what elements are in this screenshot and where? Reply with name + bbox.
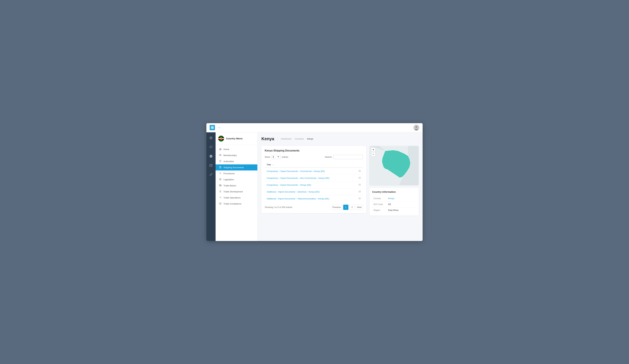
svg-point-32 — [359, 184, 360, 185]
table-row: Additional - Import Documents – Telecomm… — [265, 195, 363, 202]
two-col-layout: Kenya Shipping Documents Show 5 10 25 50… — [261, 146, 419, 216]
top-bar: → — [206, 123, 423, 132]
info-row-region: Region East Africa — [372, 207, 416, 213]
doc-link-4[interactable]: Additional - Import Documents – Electric… — [267, 190, 319, 193]
nav-item-memberships[interactable]: Memberships — [216, 152, 257, 158]
breadcrumb-countries[interactable]: Countries — [295, 138, 304, 140]
table-row: Additional - Import Documents – Electric… — [265, 188, 363, 195]
app-logo[interactable] — [210, 125, 215, 130]
svg-marker-26 — [221, 185, 221, 186]
memberships-icon — [219, 154, 222, 157]
show-entries: Show 5 10 25 50 100 entries — [265, 155, 288, 159]
svg-rect-0 — [211, 126, 212, 127]
pagination-row: Showing 1 to 5 of 300 entries Previous 1… — [265, 205, 363, 210]
entries-label: entries — [282, 156, 288, 158]
sidebar-icon-globe[interactable] — [208, 135, 214, 141]
breadcrumb-kenya: Kenya — [307, 138, 313, 140]
doc-link-3[interactable]: Compulsory – Export Documents – Kenya (K… — [267, 184, 311, 186]
page-1-button[interactable]: 1 — [343, 205, 348, 210]
nav-item-legislation[interactable]: Legislation — [216, 177, 257, 182]
view-icon-1[interactable] — [358, 170, 361, 173]
content-area: Kenya Dashboard - Countries - Kenya Keny… — [258, 132, 423, 241]
view-icon-4[interactable] — [358, 191, 361, 193]
sidebar-icon-link[interactable] — [208, 172, 214, 178]
zoom-in-button[interactable]: + — [371, 148, 375, 152]
doc-link-5[interactable]: Additional - Import Documents – Telecomm… — [267, 197, 329, 200]
svg-point-33 — [359, 191, 360, 192]
nav-item-authorities[interactable]: Authorities — [216, 158, 257, 164]
info-row-country: Country Kenya — [372, 195, 416, 201]
nav-item-trade-operations[interactable]: Trade Operations — [216, 195, 257, 201]
shipping-docs-icon — [219, 166, 222, 169]
info-label-country: Country — [372, 195, 387, 201]
breadcrumb-sep-1: - — [293, 138, 293, 140]
svg-point-28 — [221, 186, 221, 186]
search-label: Search: — [325, 156, 332, 158]
map-container: + − — [369, 146, 419, 185]
trade-basics-icon — [219, 184, 222, 187]
sidebar-icon-world[interactable] — [208, 153, 214, 159]
page-2-button[interactable]: 2 — [349, 205, 355, 210]
pagination-controls: Previous 1 2 Next — [331, 205, 363, 210]
nav-item-procedures[interactable]: Procedures — [216, 171, 257, 177]
data-table: Title ↑↓ Compulsory – Import Documents –… — [265, 162, 363, 202]
breadcrumb-dashboard[interactable]: Dashboard — [281, 138, 291, 140]
entries-select[interactable]: 5 10 25 50 100 — [271, 155, 281, 159]
table-card-title: Kenya Shipping Documents — [265, 149, 363, 152]
procedures-icon — [219, 172, 222, 175]
info-value-iso: KE — [387, 201, 416, 207]
country-flag — [218, 136, 224, 142]
svg-point-34 — [359, 198, 360, 199]
svg-point-5 — [415, 126, 417, 128]
info-label-region: Region — [372, 207, 387, 213]
sidebar-icon-flag[interactable] — [208, 144, 214, 150]
next-button[interactable]: Next — [356, 205, 363, 210]
col-title: Title ↑↓ — [265, 162, 354, 168]
col-action — [354, 162, 363, 168]
page-header: Kenya Dashboard - Countries - Kenya — [261, 136, 419, 143]
sort-icon[interactable]: ↑↓ — [272, 164, 274, 166]
top-bar-left: → — [210, 125, 220, 130]
zoom-out-button[interactable]: − — [371, 152, 375, 156]
doc-link-1[interactable]: Compulsory – Import Documents – Commerci… — [267, 170, 325, 173]
table-row: Compulsory – Export Documents – Kenya (K… — [265, 182, 363, 188]
avatar[interactable] — [413, 125, 419, 131]
view-icon-2[interactable] — [358, 177, 361, 180]
breadcrumb: Dashboard - Countries - Kenya — [281, 138, 313, 140]
table-controls: Show 5 10 25 50 100 entries — [265, 155, 363, 159]
show-label: Show — [265, 156, 270, 158]
nav-item-trade-development[interactable]: Trade Development — [216, 189, 257, 195]
country-info-table: Country Kenya ISO Code KE Region East Af… — [372, 195, 416, 213]
trade-operations-icon — [219, 196, 222, 199]
search-input[interactable] — [333, 155, 363, 159]
svg-rect-25 — [219, 184, 221, 186]
map-card: + − — [369, 146, 419, 185]
info-value-country[interactable]: Kenya — [387, 195, 416, 201]
prev-button[interactable]: Previous — [331, 205, 342, 210]
sidebar-icon-map[interactable] — [208, 163, 214, 168]
view-icon-3[interactable] — [358, 184, 361, 186]
svg-point-19 — [221, 138, 222, 140]
svg-point-23 — [220, 173, 221, 174]
svg-point-20 — [220, 154, 220, 155]
legislation-icon — [219, 178, 222, 181]
view-icon-5[interactable] — [358, 198, 361, 200]
svg-rect-3 — [212, 128, 214, 129]
side-column: + − — [369, 146, 419, 216]
main-layout: Country Menu Home — [206, 132, 423, 241]
trade-compliance-icon — [219, 202, 222, 205]
nav-item-shipping-documents[interactable]: Shipping Documents — [216, 164, 257, 171]
nav-item-home[interactable]: Home — [216, 146, 257, 152]
doc-link-2[interactable]: Compulsory – Import Documents – Non-Comm… — [267, 177, 329, 179]
nav-item-trade-basics[interactable]: Trade Basics — [216, 182, 257, 189]
nav-menu: Home Memberships — [216, 145, 257, 241]
search-box: Search: — [325, 155, 363, 159]
svg-point-30 — [359, 171, 360, 171]
svg-rect-1 — [212, 126, 214, 127]
authorities-icon — [219, 160, 222, 163]
trade-development-icon — [219, 190, 222, 193]
forward-arrow-icon[interactable]: → — [218, 126, 220, 129]
home-icon — [219, 148, 222, 151]
nav-item-trade-compliance[interactable]: Trade Compliance — [216, 201, 257, 207]
svg-point-27 — [219, 186, 220, 186]
